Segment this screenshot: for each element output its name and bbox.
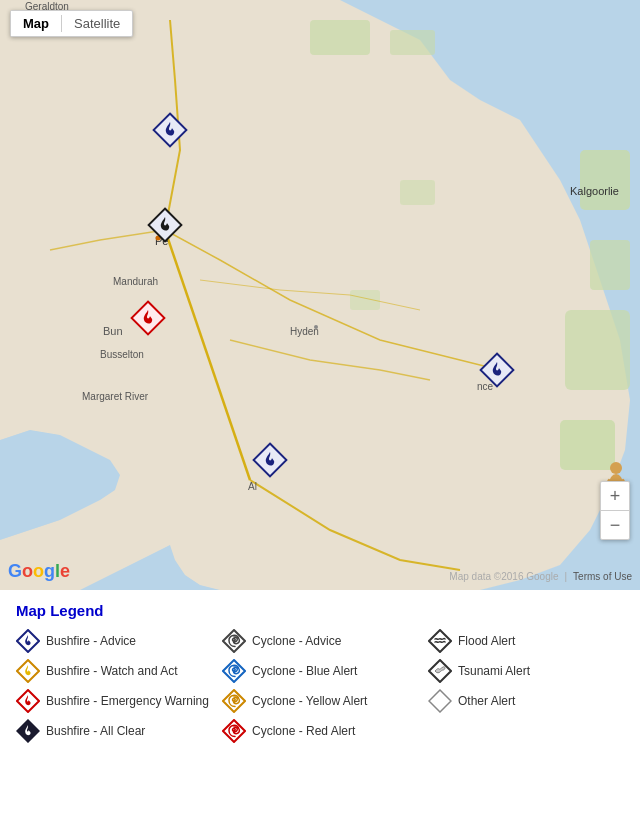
- svg-marker-30: [482, 355, 512, 385]
- legend-grid: Bushfire - Advice Cyclone - Advice Flood…: [16, 629, 624, 743]
- svg-rect-4: [590, 240, 630, 290]
- svg-rect-2: [390, 30, 435, 55]
- legend-item-bushfire-watch: Bushfire - Watch and Act: [16, 659, 212, 683]
- svg-text:Mandurah: Mandurah: [113, 276, 158, 287]
- legend-label-bushfire-watch: Bushfire - Watch and Act: [46, 664, 178, 678]
- svg-marker-26: [133, 303, 163, 333]
- legend-item-cyclone-red: Cyclone - Red Alert: [222, 719, 418, 743]
- legend-label-cyclone-red: Cyclone - Red Alert: [252, 724, 355, 738]
- legend-title: Map Legend: [16, 602, 624, 619]
- legend-placeholder: [428, 719, 624, 743]
- satellite-button[interactable]: Satellite: [62, 11, 132, 36]
- svg-marker-24: [150, 210, 180, 240]
- marker-bushfire-advice-albany[interactable]: [252, 442, 288, 478]
- svg-rect-3: [580, 150, 630, 210]
- legend-label-bushfire-advice: Bushfire - Advice: [46, 634, 136, 648]
- zoom-out-button[interactable]: −: [601, 511, 629, 539]
- svg-text:Al: Al: [248, 481, 257, 492]
- legend-label-bushfire-emergency: Bushfire - Emergency Warning: [46, 694, 209, 708]
- legend-label-bushfire-all-clear: Bushfire - All Clear: [46, 724, 145, 738]
- legend-label-cyclone-yellow: Cyclone - Yellow Alert: [252, 694, 367, 708]
- svg-rect-1: [310, 20, 370, 55]
- marker-bushfire-emergency-bunbury[interactable]: [130, 300, 166, 336]
- zoom-in-button[interactable]: +: [601, 482, 629, 510]
- svg-point-20: [314, 325, 318, 329]
- legend-item-cyclone-yellow: Cyclone - Yellow Alert: [222, 689, 418, 713]
- svg-marker-45: [429, 690, 451, 712]
- svg-marker-37: [17, 630, 39, 652]
- svg-point-31: [610, 462, 622, 474]
- svg-marker-46: [17, 720, 39, 742]
- terms-of-use-link[interactable]: Terms of Use: [573, 571, 632, 582]
- marker-bushfire-emergency-perth[interactable]: [147, 207, 183, 243]
- svg-rect-5: [565, 310, 630, 390]
- map-button[interactable]: Map: [11, 11, 61, 36]
- svg-text:Margaret River: Margaret River: [82, 391, 149, 402]
- svg-marker-28: [255, 445, 285, 475]
- map-container: Kalgoorlie Pe Mandurah Bun Busselton Mar…: [0, 0, 640, 590]
- legend-item-bushfire-advice: Bushfire - Advice: [16, 629, 212, 653]
- legend-item-other-alert: Other Alert: [428, 689, 624, 713]
- legend-item-flood-alert: Flood Alert: [428, 629, 624, 653]
- svg-marker-22: [155, 115, 185, 145]
- google-logo: Google: [8, 561, 70, 582]
- svg-marker-43: [17, 690, 39, 712]
- legend-label-flood-alert: Flood Alert: [458, 634, 515, 648]
- svg-text:Bun: Bun: [103, 325, 123, 337]
- map-type-controls: Map Satellite: [10, 10, 133, 37]
- svg-text:Kalgoorlie: Kalgoorlie: [570, 185, 619, 197]
- svg-marker-40: [17, 660, 39, 682]
- legend-item-tsunami-alert: Tsunami Alert: [428, 659, 624, 683]
- legend-item-cyclone-blue: Cyclone - Blue Alert: [222, 659, 418, 683]
- svg-text:Busselton: Busselton: [100, 349, 144, 360]
- legend-item-bushfire-emergency: Bushfire - Emergency Warning: [16, 689, 212, 713]
- legend-item-bushfire-all-clear: Bushfire - All Clear: [16, 719, 212, 743]
- svg-marker-39: [429, 630, 451, 652]
- legend-label-cyclone-advice: Cyclone - Advice: [252, 634, 341, 648]
- legend-label-tsunami-alert: Tsunami Alert: [458, 664, 530, 678]
- map-attribution: Map data ©2016 Google | Terms of Use: [449, 571, 632, 582]
- zoom-controls: + −: [600, 481, 630, 540]
- marker-bushfire-advice-esperance[interactable]: [479, 352, 515, 388]
- legend-item-cyclone-advice: Cyclone - Advice: [222, 629, 418, 653]
- legend-label-other-alert: Other Alert: [458, 694, 515, 708]
- marker-bushfire-advice-north[interactable]: [152, 112, 188, 148]
- map-data-text: Map data ©2016 Google: [449, 571, 558, 582]
- legend-label-cyclone-blue: Cyclone - Blue Alert: [252, 664, 357, 678]
- legend-section: Map Legend Bushfire - Advice Cyclone - A…: [0, 590, 640, 755]
- svg-rect-7: [400, 180, 435, 205]
